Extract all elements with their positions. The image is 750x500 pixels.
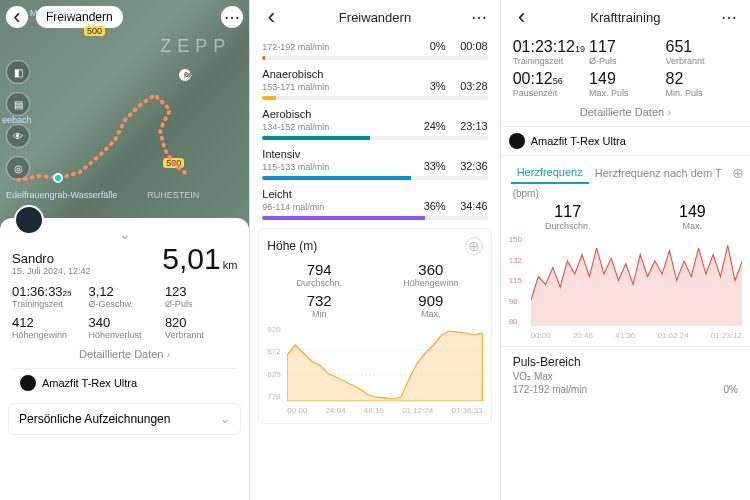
pane-freiwandern-detail: Freiwandern 172-192 mal/min0%00:08Anaero…: [250, 0, 500, 500]
records-card[interactable]: Persönliche Aufzeichnungen⌄: [8, 403, 241, 435]
device-pill[interactable]: Amazfit T-Rex Ultra: [501, 126, 750, 156]
svg-text:🏁: 🏁: [183, 71, 193, 81]
tab-hr-after[interactable]: Herzfrequenz nach dem T: [589, 163, 728, 183]
page-title: Krafttraining: [533, 10, 718, 25]
summary-stats: 01:36:3325Trainingszeit 3,12Ø-Geschw. 12…: [12, 284, 237, 340]
hr-zone: Intensiv115-133 mal/min33%32:36: [262, 148, 487, 180]
watch-icon: [509, 133, 525, 149]
pane-freiwandern-summary: Freiwandern ZEPP ◧ ▤ 👁 ◎ Edelfrauengrab-…: [0, 0, 250, 500]
search-icon[interactable]: ⊕: [732, 165, 744, 181]
activity-date: 15. Juli 2024, 12:42: [12, 266, 91, 276]
hr-zone: Anaerobisch153-171 mal/min3%03:28: [262, 68, 487, 100]
watch-icon: [20, 375, 36, 391]
device-pill[interactable]: Amazfit T-Rex Ultra: [12, 368, 237, 397]
map-view[interactable]: Freiwandern ZEPP ◧ ▤ 👁 ◎ Edelfrauengrab-…: [0, 0, 249, 230]
distance-value: 5,01: [162, 242, 220, 275]
hr-tabs: Herzfrequenz Herzfrequenz nach dem T ⊕: [501, 156, 750, 184]
expand-icon[interactable]: ⊕: [465, 237, 483, 255]
bpm-label: (bpm): [501, 184, 750, 199]
detail-link[interactable]: Detaillierte Daten: [12, 348, 237, 360]
user-name: Sandro: [12, 251, 91, 266]
page-title: Freiwandern: [282, 10, 467, 25]
puls-bereich-title: Puls-Bereich: [501, 346, 750, 371]
more-icon[interactable]: [718, 6, 740, 28]
avatar[interactable]: [14, 205, 44, 235]
elevation-panel: Höhe (m)⊕ 794Durchschn. 360Höhengewinn 7…: [258, 228, 491, 424]
elevation-title: Höhe (m): [267, 239, 317, 253]
distance-unit: km: [223, 259, 238, 271]
elevation-chart: 920872825778 00:0024:0448:1601:12:2401:3…: [267, 325, 482, 415]
kraft-stats: 01:23:1219Trainingszeit 117Ø-Puls 651Ver…: [501, 34, 750, 98]
svg-point-0: [54, 174, 62, 182]
pane-krafttraining: Krafttraining 01:23:1219Trainingszeit 11…: [501, 0, 750, 500]
hr-chart: 1501321159880 00:0020:4841:3601:02:2401:…: [509, 235, 742, 340]
tab-hr[interactable]: Herzfrequenz: [511, 162, 589, 184]
chevron-down-icon: ⌄: [220, 412, 230, 426]
vo2-range: 172-192 mal/min: [513, 384, 587, 395]
hr-summary: 117Durchschn. 149Max.: [501, 199, 750, 235]
back-icon[interactable]: [511, 6, 533, 28]
hr-zone: Leicht96-114 mal/min36%34:46: [262, 188, 487, 220]
hr-zone: 172-192 mal/min0%00:08: [262, 40, 487, 60]
hr-zones: 172-192 mal/min0%00:08Anaerobisch153-171…: [250, 40, 499, 220]
hr-zone: Aerobisch134-152 mal/min24%23:13: [262, 108, 487, 140]
back-icon[interactable]: [260, 6, 282, 28]
vo2-label: VO₂ Max: [501, 371, 750, 382]
more-icon[interactable]: [468, 6, 490, 28]
sheet-handle-icon[interactable]: ⌄: [12, 226, 237, 242]
vo2-pct: 0%: [724, 384, 738, 395]
summary-sheet: ⌄ Sandro 15. Juli 2024, 12:42 5,01km 01:…: [0, 218, 249, 397]
detail-link[interactable]: Detaillierte Daten: [501, 106, 750, 118]
